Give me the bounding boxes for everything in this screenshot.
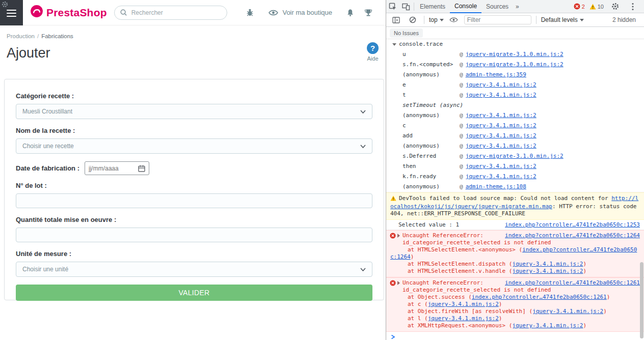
calendar-icon[interactable] xyxy=(138,165,145,172)
breadcrumb-current: Fabrications xyxy=(41,33,73,39)
tab-console[interactable]: Console xyxy=(450,0,481,13)
header-search[interactable] xyxy=(114,6,227,20)
log-levels-dropdown[interactable]: Default levels xyxy=(541,16,584,23)
error-source-link[interactable]: index.php?controller…4741fe2ba0650c:1264 xyxy=(505,232,640,239)
lot-input[interactable] xyxy=(16,193,372,208)
stack-line-source-link[interactable]: index.php?controller…4741fe2ba0650c:1261 xyxy=(472,294,607,300)
help-icon: ? xyxy=(367,42,379,54)
unit-field-group: Unité de mesure : Choisir une unité xyxy=(16,250,372,277)
debug-mode-icon[interactable] xyxy=(246,8,254,17)
view-shop-link[interactable]: Voir ma boutique xyxy=(269,9,332,16)
stack-frame-source-link[interactable]: jquery-3.4.1.min.js:2 xyxy=(466,161,536,172)
category-select-value: Muesli Croustillant xyxy=(22,108,72,115)
stack-frame-source-link[interactable]: jquery-3.4.1.min.js:2 xyxy=(466,131,536,141)
recipe-field-group: Nom de la recette : Choisir une recette xyxy=(16,127,372,154)
stack-frame-row: (anonymous) @ jquery-3.4.1.min.js:2 xyxy=(386,141,644,151)
help-label: Aide xyxy=(367,55,378,62)
stack-frame-source-link[interactable]: jquery-migrate-3.1.0.min.js:2 xyxy=(466,151,564,161)
disclosure-triangle-icon[interactable] xyxy=(392,43,396,46)
disclosure-triangle-icon[interactable] xyxy=(397,281,400,285)
console-prompt[interactable] xyxy=(386,332,644,340)
context-selector[interactable]: top xyxy=(429,16,444,23)
error-icon xyxy=(390,280,396,288)
stack-frame-at: @ xyxy=(460,161,463,172)
console-error-message: index.php?controller…4741fe2ba0650c:1261… xyxy=(386,277,644,332)
console-error-message: index.php?controller…4741fe2ba0650c:1264… xyxy=(386,230,644,277)
stack-line-source-link[interactable]: jquery-3.4.1.min.js:2 xyxy=(512,268,583,274)
stack-line-source-link[interactable]: jquery-3.4.1.min.js:2 xyxy=(428,301,499,307)
trace-frames: u @ jquery-migrate-3.1.0.min.js:2 s.fn.<… xyxy=(386,49,644,192)
date-input[interactable] xyxy=(89,165,138,172)
more-tabs-button[interactable]: » xyxy=(513,3,522,10)
console-filter-input[interactable] xyxy=(464,15,531,24)
log-source-link[interactable]: index.php?controller…4741fe2ba0650c:1253 xyxy=(505,220,640,230)
error-title: Uncaught ReferenceError: xyxy=(403,279,484,286)
stack-frame-at: @ xyxy=(460,121,463,131)
console-sidebar-icon[interactable] xyxy=(389,13,403,26)
error-stack-line: at Object.success (index.php?controller…… xyxy=(386,294,644,301)
settings-gear-icon[interactable] xyxy=(608,0,622,13)
unit-label: Unité de mesure : xyxy=(16,250,372,258)
error-message-text: id_categorie_recette_selected is not def… xyxy=(403,239,551,246)
disclosure-triangle-icon[interactable] xyxy=(397,234,400,238)
trace-header[interactable]: console.trace xyxy=(386,39,644,49)
quantity-input[interactable] xyxy=(16,228,372,242)
lot-label: N° de lot : xyxy=(16,182,372,189)
console-trace-message: console.trace u @ jquery-migrate-3.1.0.m… xyxy=(386,39,644,192)
console-scrollbar[interactable] xyxy=(640,262,643,338)
error-source-link[interactable]: index.php?controller…4741fe2ba0650c:1261 xyxy=(505,279,640,287)
search-input[interactable] xyxy=(131,9,222,16)
tab-elements[interactable]: Elements xyxy=(415,0,450,13)
console-prompt-icon xyxy=(391,334,395,339)
stack-frame-source-link[interactable]: jquery-3.4.1.min.js:2 xyxy=(466,110,536,121)
error-stack-line: at XMLHttpRequest.<anonymous> (jquery-3.… xyxy=(386,322,644,329)
clear-console-icon[interactable] xyxy=(406,13,419,26)
stack-frame-at: @ xyxy=(460,172,463,182)
tab-sources[interactable]: Sources xyxy=(481,0,513,13)
stack-frame-source-link[interactable]: jquery-migrate-3.1.0.min.js:2 xyxy=(466,49,564,60)
stack-frame-source-link[interactable]: admin-theme.js:359 xyxy=(466,70,526,80)
device-toolbar-icon[interactable] xyxy=(399,0,413,13)
title-row: Ajouter ? Aide xyxy=(7,41,379,62)
warning-count-badge[interactable]: 10 xyxy=(589,4,604,10)
stack-frame-source-link[interactable]: jquery-3.4.1.min.js:2 xyxy=(466,90,536,100)
chevron-down-icon xyxy=(360,268,366,271)
stack-frame-row: t @ jquery-3.4.1.min.js:2 xyxy=(386,90,644,100)
stack-frame-source-link[interactable]: admin-theme.js:108 xyxy=(466,182,526,192)
date-input-wrap[interactable] xyxy=(85,161,149,175)
stack-line-source-link[interactable]: jquery-3.4.1.min.js:2 xyxy=(512,322,583,329)
sidebar-menu-toggle[interactable] xyxy=(0,0,23,25)
divider xyxy=(536,16,536,24)
prestashop-logo[interactable]: PrestaShop xyxy=(30,5,107,20)
error-header: index.php?controller…4741fe2ba0650c:1261… xyxy=(386,279,644,294)
stack-frame-source-link[interactable]: jquery-3.4.1.min.js:2 xyxy=(466,141,536,151)
error-count-badge[interactable]: 2 xyxy=(574,3,585,10)
stack-line-source-link[interactable]: jquery-3.4.1.min.js:2 xyxy=(512,261,583,267)
devtools-panel: Elements Console Sources » 2 10 xyxy=(386,0,644,340)
error-message-text: id_categorie_recette_selected is not def… xyxy=(403,287,551,293)
error-stack: at Object.success (index.php?controller…… xyxy=(386,294,644,329)
create-live-expression-icon[interactable] xyxy=(447,13,461,26)
stack-frame-source-link[interactable]: jquery-migrate-3.1.0.min.js:2 xyxy=(466,60,564,70)
stack-frame-source-link[interactable]: jquery-3.4.1.min.js:2 xyxy=(466,80,536,90)
help-button[interactable]: ? Aide xyxy=(367,42,379,62)
valider-button[interactable]: VALIDER xyxy=(16,285,372,301)
notifications-bell-icon[interactable] xyxy=(346,9,354,17)
stack-line-source-link[interactable]: jquery-3.4.1.min.js:2 xyxy=(428,315,499,322)
stack-frame-at: @ xyxy=(460,90,463,100)
gamification-trophy-icon[interactable] xyxy=(364,9,372,17)
inspect-element-icon[interactable] xyxy=(386,0,399,13)
stack-frame-source-link[interactable]: jquery-3.4.1.min.js:2 xyxy=(466,172,536,182)
no-issues-badge[interactable]: No Issues xyxy=(390,29,423,38)
recipe-select[interactable]: Choisir une recette xyxy=(16,138,372,154)
category-select[interactable]: Muesli Croustillant xyxy=(16,104,372,119)
stack-frame-source-link[interactable]: jquery-3.4.1.min.js:2 xyxy=(466,121,536,131)
unit-select[interactable]: Choisir une unité xyxy=(16,262,372,277)
stack-frame-row: c @ jquery-3.4.1.min.js:2 xyxy=(386,121,644,131)
stack-frame-at: @ xyxy=(460,80,463,90)
breadcrumb-parent[interactable]: Production xyxy=(7,33,35,39)
kebab-menu-icon[interactable] xyxy=(626,0,639,13)
hidden-messages-count[interactable]: 2 hidden xyxy=(612,16,641,23)
stack-line-source-link[interactable]: jquery-3.4.1.min.js:2 xyxy=(532,308,603,315)
stack-line-text: at HTMLSelectElement.v.handle ( xyxy=(408,268,512,274)
